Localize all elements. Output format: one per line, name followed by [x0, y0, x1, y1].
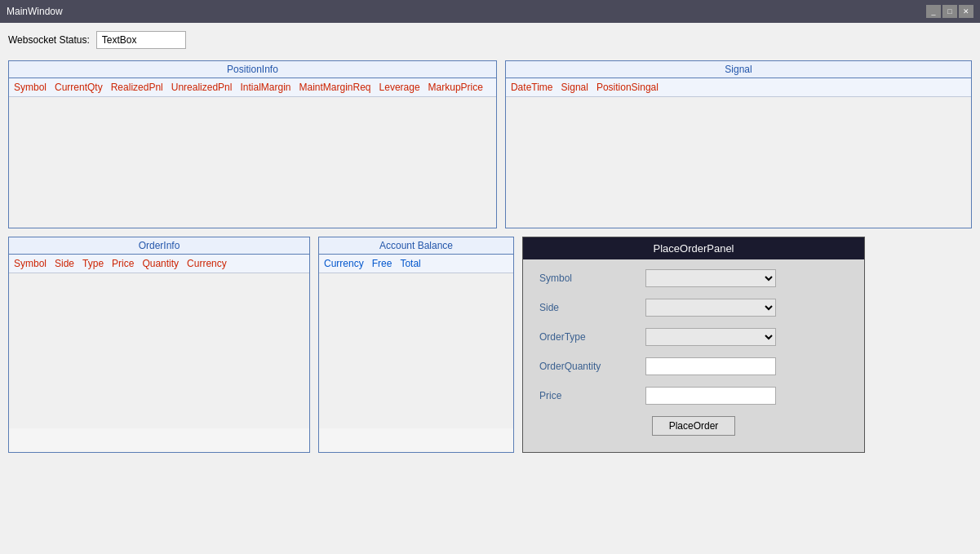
- account-balance-panel: Account Balance Currency Free Total: [318, 237, 514, 453]
- ordertype-select[interactable]: [645, 328, 776, 346]
- ordertype-control: [645, 328, 848, 346]
- signal-title: Signal: [506, 61, 971, 78]
- position-col-leverage: Leverage: [379, 82, 420, 93]
- position-col-maint: MaintMarginReq: [299, 82, 371, 93]
- order-col-side: Side: [55, 258, 74, 269]
- ordertype-label: OrderType: [539, 331, 645, 343]
- price-label: Price: [539, 390, 645, 401]
- position-col-initial: IntialMargin: [240, 82, 290, 93]
- symbol-row: Symbol: [539, 269, 848, 287]
- minimize-button[interactable]: _: [926, 5, 941, 18]
- position-col-qty: CurrentQty: [55, 82, 103, 93]
- order-info-columns: Symbol Side Type Price Quantity Currency: [9, 255, 309, 273]
- position-info-columns: Symbol CurrentQty RealizedPnl Unrealized…: [9, 78, 496, 97]
- account-col-total: Total: [400, 258, 420, 269]
- ordertype-row: OrderType: [539, 328, 848, 346]
- account-col-currency: Currency: [324, 258, 364, 269]
- close-button[interactable]: ✕: [959, 5, 973, 18]
- orderquantity-input[interactable]: [645, 357, 776, 375]
- price-control: [645, 387, 848, 405]
- position-col-unrealized: UnrealizedPnl: [171, 82, 233, 93]
- order-col-price: Price: [112, 258, 134, 269]
- side-control: [645, 299, 848, 317]
- place-order-button[interactable]: PlaceOrder: [652, 416, 736, 436]
- websocket-label: Websocket Status:: [8, 34, 90, 46]
- order-info-body: [9, 273, 309, 428]
- signal-panel: Signal DateTime Signal PositionSingal: [505, 60, 972, 228]
- position-info-panel: PositionInfo Symbol CurrentQty RealizedP…: [8, 60, 497, 228]
- position-col-realized: RealizedPnl: [111, 82, 163, 93]
- signal-col-position: PositionSingal: [596, 82, 659, 93]
- place-order-panel: PlaceOrderPanel Symbol Side OrderType: [522, 237, 865, 453]
- order-col-currency: Currency: [187, 258, 227, 269]
- account-balance-body: [319, 273, 513, 428]
- signal-col-datetime: DateTime: [511, 82, 553, 93]
- maximize-button[interactable]: □: [942, 5, 957, 18]
- price-row: Price: [539, 387, 848, 405]
- window-title: MainWindow: [7, 6, 63, 17]
- signal-col-signal: Signal: [561, 82, 588, 93]
- order-info-title: OrderInfo: [9, 237, 309, 255]
- orderquantity-label: OrderQuantity: [539, 361, 645, 372]
- order-col-quantity: Quantity: [142, 258, 179, 269]
- signal-body: [506, 97, 971, 228]
- price-input[interactable]: [645, 387, 776, 405]
- position-col-markup: MarkupPrice: [428, 82, 483, 93]
- side-select[interactable]: [645, 299, 776, 317]
- side-row: Side: [539, 299, 848, 317]
- bottom-panels-row: OrderInfo Symbol Side Type Price Quantit…: [8, 237, 972, 453]
- order-col-symbol: Symbol: [14, 258, 47, 269]
- order-col-type: Type: [82, 258, 104, 269]
- signal-columns: DateTime Signal PositionSingal: [506, 78, 971, 97]
- position-col-symbol: Symbol: [14, 82, 47, 93]
- position-info-body: [9, 97, 496, 228]
- account-balance-title: Account Balance: [319, 237, 513, 255]
- symbol-control: [645, 269, 848, 287]
- side-label: Side: [539, 302, 645, 313]
- orderquantity-control: [645, 357, 848, 375]
- order-info-panel: OrderInfo Symbol Side Type Price Quantit…: [8, 237, 310, 453]
- status-row: Websocket Status:: [8, 31, 972, 49]
- place-order-body: Symbol Side OrderType: [523, 259, 864, 452]
- position-info-title: PositionInfo: [9, 61, 496, 78]
- title-bar: MainWindow _ □ ✕: [0, 0, 980, 23]
- place-order-title: PlaceOrderPanel: [523, 237, 864, 259]
- symbol-select[interactable]: [645, 269, 776, 287]
- account-col-free: Free: [372, 258, 392, 269]
- window-controls: _ □ ✕: [926, 5, 973, 18]
- account-balance-columns: Currency Free Total: [319, 255, 513, 273]
- websocket-textbox[interactable]: [96, 31, 186, 49]
- symbol-label: Symbol: [539, 273, 645, 284]
- orderquantity-row: OrderQuantity: [539, 357, 848, 375]
- top-panels-row: PositionInfo Symbol CurrentQty RealizedP…: [8, 60, 972, 228]
- place-order-btn-row: PlaceOrder: [539, 416, 848, 442]
